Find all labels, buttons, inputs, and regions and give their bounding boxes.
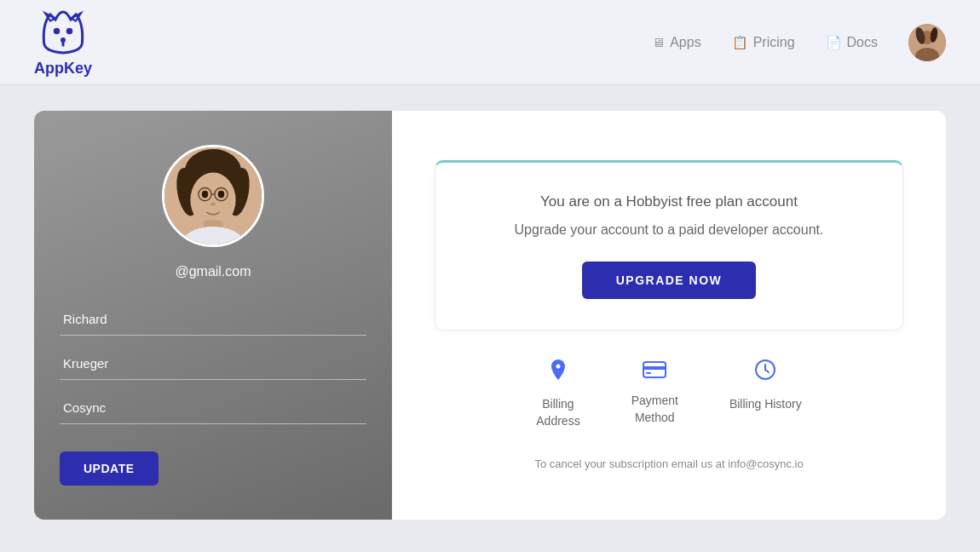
billing-history-label: Billing History [729, 396, 802, 413]
docs-icon: 📄 [826, 35, 842, 50]
form-fields [60, 303, 366, 436]
nav-pricing[interactable]: 📋 Pricing [732, 35, 795, 50]
user-email: @gmail.com [175, 264, 251, 279]
svg-rect-6 [62, 42, 65, 47]
billing-options: Billing Address Payment Method [435, 358, 903, 429]
payment-method-icon [643, 358, 666, 384]
company-input[interactable] [60, 392, 366, 424]
billing-history-icon [753, 358, 777, 388]
billing-address-option[interactable]: Billing Address [536, 358, 579, 429]
nav-pricing-label: Pricing [753, 35, 795, 50]
logo-label: AppKey [34, 60, 92, 78]
svg-point-20 [218, 191, 225, 198]
svg-rect-26 [643, 366, 666, 370]
appkey-logo [37, 7, 89, 58]
svg-point-3 [54, 28, 61, 35]
payment-method-label: Payment Method [631, 393, 678, 426]
left-panel: @gmail.com UPDATE [34, 111, 392, 520]
svg-point-21 [210, 203, 216, 206]
user-avatar [162, 145, 264, 247]
pricing-icon: 📋 [732, 35, 748, 50]
cancel-text: To cancel your subscription email us at … [534, 457, 803, 470]
svg-rect-27 [646, 372, 651, 374]
user-avatar-image [164, 147, 262, 244]
billing-history-option[interactable]: Billing History [729, 358, 802, 429]
nav-docs[interactable]: 📄 Docs [826, 35, 878, 50]
nav-docs-label: Docs [847, 35, 878, 50]
svg-point-19 [202, 191, 209, 198]
nav-apps[interactable]: 🖥 Apps [652, 35, 700, 50]
main-content: @gmail.com UPDATE You are on a Hobbyist … [0, 85, 980, 545]
logo-area[interactable]: AppKey [34, 7, 92, 78]
plan-text-main: You are on a Hobbyist free plan account [470, 193, 868, 210]
payment-method-option[interactable]: Payment Method [631, 358, 678, 429]
right-panel: You are on a Hobbyist free plan account … [392, 111, 946, 520]
avatar-nav-img [908, 24, 946, 61]
svg-point-4 [66, 28, 73, 35]
user-avatar-nav[interactable] [908, 24, 946, 61]
billing-address-icon [546, 358, 570, 388]
apps-icon: 🖥 [652, 35, 665, 49]
first-name-input[interactable] [60, 303, 366, 336]
svg-point-16 [190, 172, 235, 227]
plan-card: You are on a Hobbyist free plan account … [435, 160, 903, 331]
last-name-input[interactable] [60, 348, 366, 380]
nav-apps-label: Apps [670, 35, 700, 50]
plan-text-sub: Upgrade your account to a paid developer… [470, 222, 868, 238]
billing-address-label: Billing Address [536, 396, 579, 429]
upgrade-now-button[interactable]: UPGRADE NOW [582, 262, 757, 299]
main-nav: 🖥 Apps 📋 Pricing 📄 Docs [652, 24, 946, 61]
update-button[interactable]: UPDATE [60, 451, 159, 486]
